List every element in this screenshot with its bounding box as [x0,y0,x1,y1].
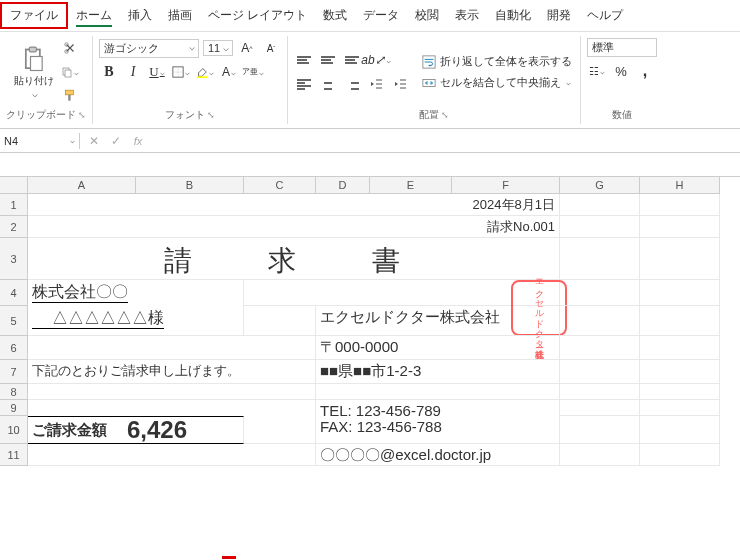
select-all-corner[interactable] [0,177,28,194]
cell[interactable] [560,400,640,416]
accounting-format-button[interactable]: ☷⌵ [587,61,607,81]
alignment-launcher[interactable]: ⤡ [441,110,449,120]
cell[interactable] [560,280,640,306]
menu-draw[interactable]: 描画 [160,4,200,27]
row-header[interactable]: 4 [0,280,28,306]
cell[interactable] [560,384,640,400]
row-header[interactable]: 3 [0,238,28,280]
cell[interactable] [640,216,720,238]
cell[interactable] [640,306,720,336]
decrease-font-button[interactable]: Aˇ [261,38,281,58]
cell[interactable]: エクセルドクター株式会社 [244,280,560,306]
row-header[interactable]: 10 [0,416,28,444]
cell[interactable] [640,416,720,444]
percent-button[interactable]: % [611,61,631,81]
postal-code[interactable]: 〒000-0000 [316,336,560,360]
comma-button[interactable]: , [635,61,655,81]
cell[interactable] [244,416,316,444]
cell[interactable]: 株式会社〇〇 [28,280,244,306]
menu-help[interactable]: ヘルプ [579,4,631,27]
name-box[interactable]: N4⌵ [0,133,80,149]
cell[interactable] [28,336,316,360]
email[interactable]: 〇〇〇〇@excel.doctor.jp [316,444,560,466]
address[interactable]: ■■県■■市1-2-3 [316,360,560,384]
format-painter-button[interactable] [60,86,80,106]
borders-button[interactable]: ⌵ [171,62,191,82]
paste-button[interactable]: 貼り付け ⌵ [12,44,56,101]
increase-font-button[interactable]: A^ [237,38,257,58]
menu-page-layout[interactable]: ページ レイアウト [200,4,315,27]
phonetic-button[interactable]: ア亜⌵ [243,62,263,82]
col-header[interactable]: H [640,177,720,194]
menu-view[interactable]: 表示 [447,4,487,27]
wrap-text-button[interactable]: 折り返して全体を表示する [420,53,574,70]
align-top-button[interactable] [294,50,314,70]
underline-button[interactable]: U⌵ [147,62,167,82]
row-header[interactable]: 1 [0,194,28,216]
font-color-button[interactable]: A⌵ [219,62,239,82]
cell[interactable] [560,306,640,336]
cut-button[interactable] [60,38,80,58]
cell[interactable]: 2024年8月1日 [28,194,560,216]
row-header[interactable]: 2 [0,216,28,238]
col-header[interactable]: D [316,177,370,194]
cell[interactable] [640,400,720,416]
align-center-button[interactable] [318,74,338,94]
cell[interactable] [640,336,720,360]
clipboard-launcher[interactable]: ⤡ [78,110,86,120]
row-header[interactable]: 11 [0,444,28,466]
decrease-indent-button[interactable] [366,74,386,94]
row-header[interactable]: 6 [0,336,28,360]
col-header[interactable]: E [370,177,452,194]
font-launcher[interactable]: ⤡ [207,110,215,120]
cell[interactable] [640,360,720,384]
cancel-icon[interactable]: ✕ [84,131,104,151]
menu-insert[interactable]: 挿入 [120,4,160,27]
fx-icon[interactable]: fx [128,131,148,151]
enter-icon[interactable]: ✓ [106,131,126,151]
menu-data[interactable]: データ [355,4,407,27]
col-header[interactable]: F [452,177,560,194]
row-header[interactable]: 7 [0,360,28,384]
cell[interactable] [28,384,316,400]
row-header[interactable]: 5 [0,306,28,336]
cell[interactable] [640,194,720,216]
cell[interactable] [560,194,640,216]
cell[interactable]: △△△△△△様 [28,306,244,336]
menu-review[interactable]: 校閲 [407,4,447,27]
cell[interactable] [640,384,720,400]
menu-home[interactable]: ホーム [68,4,120,27]
number-format-combo[interactable]: 標準 [587,38,657,57]
cell[interactable] [640,238,720,280]
font-size-combo[interactable]: 11 [203,40,233,56]
doc-title[interactable]: 請 求 書 [28,238,560,280]
note-text[interactable]: 下記のとおりご請求申し上げます。 [28,360,316,384]
menu-automate[interactable]: 自動化 [487,4,539,27]
bold-button[interactable]: B [99,62,119,82]
cell[interactable] [560,416,640,444]
align-bottom-button[interactable] [342,50,362,70]
italic-button[interactable]: I [123,62,143,82]
align-right-button[interactable] [342,74,362,94]
orientation-button[interactable]: ab⤢⌵ [366,50,386,70]
cell[interactable] [560,360,640,384]
font-name-combo[interactable]: 游ゴシック [99,39,199,58]
col-header[interactable]: G [560,177,640,194]
cell[interactable] [316,384,560,400]
col-header[interactable]: C [244,177,316,194]
from-company[interactable]: エクセルドクター株式会社 [316,306,560,336]
cell[interactable] [28,444,316,466]
cell[interactable] [640,444,720,466]
copy-button[interactable]: ⌵ [60,62,80,82]
menu-developer[interactable]: 開発 [539,4,579,27]
cell[interactable]: 請求No.001 [28,216,560,238]
tel[interactable]: TEL: 123-456-789 [316,400,560,416]
formula-input[interactable] [152,139,740,143]
row-header[interactable]: 8 [0,384,28,400]
cell[interactable] [640,280,720,306]
fill-color-button[interactable]: ⌵ [195,62,215,82]
menu-file[interactable]: ファイル [0,2,68,29]
cell[interactable] [560,238,640,280]
align-left-button[interactable] [294,74,314,94]
col-header[interactable]: A [28,177,136,194]
